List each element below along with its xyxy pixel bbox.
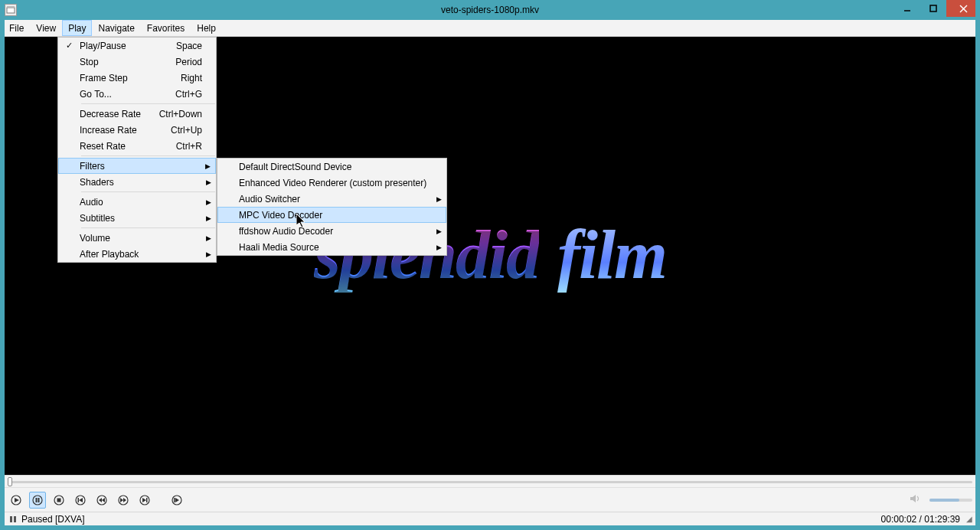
submenu-arrow-icon: ▶ bbox=[436, 195, 442, 203]
close-button[interactable] bbox=[946, 0, 980, 17]
svg-rect-9 bbox=[36, 498, 38, 502]
app-icon bbox=[5, 4, 17, 16]
menuitem-go-to[interactable]: Go To... Ctrl+G bbox=[58, 86, 216, 102]
svg-marker-26 bbox=[175, 498, 179, 502]
svg-marker-17 bbox=[99, 498, 102, 502]
menuitem-after-playback[interactable]: After Playback ▶ bbox=[58, 246, 216, 262]
mouse-cursor-icon bbox=[296, 214, 307, 229]
menuitem-volume[interactable]: Volume ▶ bbox=[58, 230, 216, 246]
svg-rect-12 bbox=[57, 498, 61, 502]
stop-button[interactable] bbox=[51, 492, 67, 509]
svg-rect-14 bbox=[78, 498, 80, 502]
menu-play[interactable]: Play bbox=[62, 20, 92, 36]
menu-separator bbox=[81, 191, 215, 192]
menuitem-increase-rate[interactable]: Increase Rate Ctrl+Up bbox=[58, 122, 216, 138]
submenu-arrow-icon: ▶ bbox=[206, 198, 211, 206]
status-time: 00:00:02 / 01:29:39 bbox=[881, 514, 960, 525]
menu-separator bbox=[81, 103, 215, 104]
menuitem-play-pause[interactable]: ✓ Play/Pause Space bbox=[58, 38, 216, 54]
menu-separator bbox=[81, 155, 215, 156]
menu-navigate[interactable]: Navigate bbox=[92, 20, 140, 36]
menuitem-frame-step[interactable]: Frame Step Right bbox=[58, 70, 216, 86]
volume-slider[interactable] bbox=[929, 499, 972, 502]
forward-button[interactable] bbox=[115, 492, 132, 509]
logo-word-film: film bbox=[557, 215, 666, 294]
menuitem-reset-rate[interactable]: Reset Rate Ctrl+R bbox=[58, 138, 216, 154]
svg-point-8 bbox=[33, 496, 42, 505]
minimize-button[interactable] bbox=[894, 0, 920, 17]
svg-rect-27 bbox=[174, 498, 175, 502]
filter-haali-media-source[interactable]: Haali Media Source ▶ bbox=[217, 239, 446, 255]
submenu-arrow-icon: ▶ bbox=[436, 244, 442, 251]
filter-ffdshow-audio-decoder[interactable]: ffdshow Audio Decoder ▶ bbox=[217, 223, 446, 239]
frame-step-button[interactable] bbox=[168, 492, 185, 509]
svg-marker-20 bbox=[120, 498, 123, 502]
menuitem-audio[interactable]: Audio ▶ bbox=[58, 194, 216, 210]
menu-view[interactable]: View bbox=[30, 20, 62, 36]
status-pause-icon bbox=[8, 514, 18, 525]
menuitem-shaders[interactable]: Shaders ▶ bbox=[58, 174, 216, 190]
status-bar: Paused [DXVA] 00:00:02 / 01:29:39 ◢ bbox=[5, 512, 975, 525]
svg-rect-24 bbox=[146, 498, 148, 502]
skip-back-button[interactable] bbox=[72, 492, 89, 509]
submenu-arrow-icon: ▶ bbox=[206, 250, 211, 258]
status-text: Paused [DXVA] bbox=[21, 514, 85, 525]
svg-rect-29 bbox=[10, 516, 12, 522]
submenu-arrow-icon: ▶ bbox=[205, 162, 211, 170]
menuitem-filters[interactable]: Filters ▶ bbox=[58, 158, 216, 174]
resize-grip-icon[interactable]: ◢ bbox=[966, 515, 972, 523]
window-title: veto-spiders-1080p.mkv bbox=[441, 5, 539, 15]
skip-forward-button[interactable] bbox=[136, 492, 153, 509]
submenu-arrow-icon: ▶ bbox=[206, 178, 211, 186]
svg-rect-0 bbox=[7, 8, 15, 13]
submenu-arrow-icon: ▶ bbox=[206, 214, 211, 222]
filter-enhanced-video-renderer[interactable]: Enhanced Video Renderer (custom presente… bbox=[217, 175, 446, 191]
svg-marker-15 bbox=[79, 498, 83, 502]
svg-rect-30 bbox=[14, 516, 16, 522]
menu-separator bbox=[81, 227, 215, 228]
svg-marker-23 bbox=[142, 498, 146, 502]
volume-icon[interactable] bbox=[910, 493, 922, 506]
menu-favorites[interactable]: Favorites bbox=[141, 20, 191, 36]
filter-mpc-video-decoder[interactable]: MPC Video Decoder bbox=[217, 207, 446, 223]
svg-marker-21 bbox=[123, 498, 126, 502]
svg-marker-28 bbox=[910, 495, 916, 502]
submenu-arrow-icon: ▶ bbox=[436, 227, 442, 235]
rewind-button[interactable] bbox=[93, 492, 110, 509]
menuitem-decrease-rate[interactable]: Decrease Rate Ctrl+Down bbox=[58, 106, 216, 122]
maximize-button[interactable] bbox=[920, 0, 946, 17]
svg-marker-18 bbox=[102, 498, 105, 502]
svg-rect-3 bbox=[930, 5, 936, 11]
menuitem-subtitles[interactable]: Subtitles ▶ bbox=[58, 210, 216, 226]
seek-thumb[interactable] bbox=[8, 477, 12, 486]
seek-bar[interactable] bbox=[5, 475, 975, 487]
menu-help[interactable]: Help bbox=[191, 20, 222, 36]
svg-marker-7 bbox=[15, 498, 19, 502]
filters-submenu: Default DirectSound Device Enhanced Vide… bbox=[217, 158, 447, 256]
window-controls bbox=[894, 0, 980, 20]
svg-rect-1 bbox=[7, 6, 15, 8]
filter-default-directsound[interactable]: Default DirectSound Device bbox=[217, 159, 446, 175]
svg-rect-10 bbox=[38, 498, 40, 502]
play-button[interactable] bbox=[8, 492, 24, 509]
seek-track bbox=[8, 481, 972, 483]
menu-file[interactable]: File bbox=[3, 20, 30, 36]
svg-marker-31 bbox=[296, 214, 305, 227]
menuitem-stop[interactable]: Stop Period bbox=[58, 54, 216, 70]
volume-fill bbox=[929, 499, 959, 502]
filter-audio-switcher[interactable]: Audio Switcher ▶ bbox=[217, 191, 446, 207]
play-dropdown: ✓ Play/Pause Space Stop Period Frame Ste… bbox=[57, 37, 217, 263]
titlebar: veto-spiders-1080p.mkv bbox=[0, 0, 980, 20]
pause-button[interactable] bbox=[29, 492, 46, 509]
check-icon: ✓ bbox=[58, 41, 80, 51]
submenu-arrow-icon: ▶ bbox=[206, 234, 211, 242]
menubar: File View Play Navigate Favorites Help bbox=[0, 20, 980, 37]
playback-controls bbox=[5, 487, 975, 512]
